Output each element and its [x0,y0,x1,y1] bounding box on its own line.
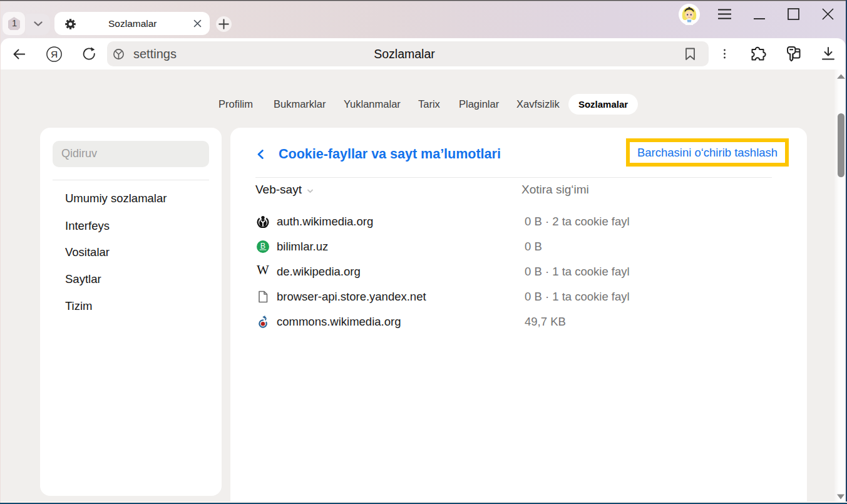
svg-text:Я: Я [51,49,58,59]
svg-text:B: B [260,242,265,250]
